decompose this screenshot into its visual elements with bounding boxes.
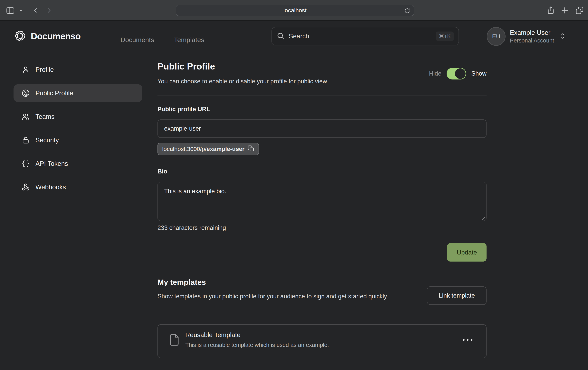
profile-url-preview: localhost:3000/p/example-user	[162, 146, 244, 152]
sidebar-item-label: Webhooks	[35, 184, 66, 191]
sidebar-item-profile[interactable]: Profile	[13, 61, 142, 79]
toggle-off-label: Hide	[429, 70, 441, 77]
sidebar-item-teams[interactable]: Teams	[13, 108, 142, 126]
app-header: Documenso Documents Templates ⌘+K EU Exa…	[0, 21, 588, 54]
sidebar-item-label: Teams	[35, 113, 54, 120]
share-icon[interactable]	[546, 6, 555, 15]
sidebar-item-label: Public Profile	[35, 90, 73, 97]
toolbar-divider	[17, 7, 17, 14]
brand[interactable]: Documenso	[13, 29, 81, 43]
templates-section-title: My templates	[158, 278, 206, 287]
bio-textarea[interactable]: This is an example bio.	[158, 182, 486, 221]
sidebar-item-api-tokens[interactable]: API Tokens	[13, 155, 142, 173]
template-card[interactable]: Reusable Template This is a reusable tem…	[158, 324, 486, 358]
sidebar-item-label: Security	[35, 136, 59, 144]
forward-button-icon[interactable]	[45, 7, 53, 14]
sidebar-item-security[interactable]: Security	[13, 131, 142, 149]
brand-name: Documenso	[31, 31, 81, 41]
user-info: Example User Personal Account	[510, 29, 554, 44]
chevrons-up-down-icon	[559, 32, 566, 40]
chevron-down-icon[interactable]	[19, 9, 23, 12]
user-account-type: Personal Account	[510, 37, 554, 44]
page-description: You can choose to enable or disable your…	[158, 78, 328, 85]
avatar: EU	[487, 27, 505, 46]
sidebar-item-webhooks[interactable]: Webhooks	[13, 178, 142, 196]
sidebar-item-label: API Tokens	[35, 160, 68, 167]
toggle-on-label: Show	[471, 70, 486, 77]
search-shortcut-badge: ⌘+K	[436, 31, 454, 41]
file-icon	[169, 334, 180, 347]
back-button-icon[interactable]	[32, 7, 39, 14]
more-options-icon[interactable]	[463, 339, 472, 341]
bio-field-wrap: This is an example bio.	[158, 182, 486, 221]
braces-icon	[22, 160, 30, 168]
profile-visibility-toggle-row: Hide Show	[429, 68, 486, 80]
users-icon	[22, 113, 30, 121]
reload-icon[interactable]	[404, 8, 410, 14]
lock-icon	[22, 136, 30, 144]
search-icon	[277, 32, 284, 41]
user-menu[interactable]: EU Example User Personal Account	[487, 27, 566, 46]
link-template-button[interactable]: Link template	[427, 286, 486, 305]
settings-sidebar: Profile Public Profile Teams	[13, 61, 142, 202]
documenso-logo-icon	[13, 29, 26, 43]
globe-icon	[22, 89, 30, 97]
nav-templates[interactable]: Templates	[174, 36, 204, 44]
copy-icon[interactable]	[248, 145, 254, 153]
webhook-icon	[22, 183, 30, 191]
address-bar[interactable]: localhost	[176, 5, 414, 16]
section-divider	[158, 95, 486, 96]
templates-section-description: Show templates in your public profile fo…	[158, 291, 438, 301]
public-profile-url-input[interactable]	[158, 119, 486, 138]
update-button[interactable]: Update	[447, 243, 486, 262]
template-name: Reusable Template	[185, 331, 241, 339]
characters-remaining: 233 characters remaining	[158, 224, 226, 231]
template-description: This is a reusable template which is use…	[185, 342, 329, 348]
page-title: Public Profile	[158, 61, 215, 72]
switch-knob	[455, 68, 466, 79]
bio-field-label: Bio	[158, 168, 167, 175]
window: localhost	[0, 0, 588, 370]
search-bar[interactable]: ⌘+K	[272, 27, 459, 45]
profile-url-copy-pill[interactable]: localhost:3000/p/example-user	[158, 143, 259, 155]
user-name: Example User	[510, 29, 554, 37]
profile-visibility-switch[interactable]	[447, 68, 466, 80]
new-tab-icon[interactable]	[561, 6, 569, 14]
browser-toolbar: localhost	[0, 0, 588, 21]
nav-documents[interactable]: Documents	[120, 36, 154, 44]
sidebar-item-public-profile[interactable]: Public Profile	[13, 84, 142, 102]
tab-overview-icon[interactable]	[575, 6, 584, 15]
url-field-label: Public profile URL	[158, 106, 210, 113]
address-bar-url: localhost	[284, 7, 306, 14]
search-input[interactable]	[289, 32, 436, 40]
sidebar-toggle-icon[interactable]	[6, 7, 14, 14]
sidebar-item-label: Profile	[35, 66, 54, 73]
user-icon	[22, 66, 30, 74]
